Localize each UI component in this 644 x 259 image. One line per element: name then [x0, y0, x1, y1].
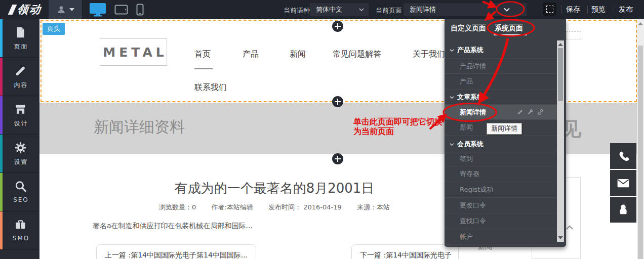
sidebar-item-label: 页面: [3, 42, 39, 51]
user-menu[interactable]: [49, 0, 82, 19]
sidebar-item-seo[interactable]: SEO: [0, 173, 39, 211]
top-toolbar: 领动 当前语种 简体中文 当前页面 新闻详情 保存 预览 发布: [0, 0, 644, 19]
scroll-up-arrow[interactable]: [638, 22, 643, 25]
chevron-down-icon: [450, 49, 454, 52]
page-item-account[interactable]: 帐户: [445, 229, 557, 245]
logo-text: 领动: [16, 2, 43, 17]
nav-item-faq[interactable]: 常见问题解答: [333, 49, 381, 60]
group-title: 产品系统: [457, 44, 484, 56]
sidebar-item-label: 设置: [3, 158, 39, 166]
site-logo[interactable]: METAL: [100, 38, 167, 66]
chevron-down-icon[interactable]: [503, 7, 510, 13]
sidebar-item-settings[interactable]: 设置: [0, 135, 39, 173]
page-select-value: 新闻详情: [404, 5, 503, 14]
sidebar-item-label: 内容: [3, 81, 39, 90]
gear-icon: [14, 141, 27, 154]
chevron-up-icon[interactable]: [566, 225, 574, 230]
chevron-down-icon: [450, 96, 454, 99]
divider: [587, 6, 588, 14]
device-switcher: [89, 0, 144, 19]
tab-system-pages[interactable]: 系统页面: [495, 24, 523, 33]
wrench-icon[interactable]: [527, 109, 534, 115]
marquee-icon: [546, 6, 553, 13]
publish-button[interactable]: 发布: [619, 5, 633, 14]
meta-source: 来源：本站: [357, 203, 390, 211]
add-section-button[interactable]: [332, 153, 343, 164]
page-item-register[interactable]: 寄存器: [445, 166, 557, 182]
sidebar-item-label: SMO: [3, 235, 39, 242]
panel-scrollbar[interactable]: [557, 40, 564, 242]
chevron-down-icon: [358, 7, 365, 12]
scrollbar-thumb[interactable]: [638, 46, 643, 259]
group-product-system[interactable]: 产品系统: [450, 44, 484, 56]
color-strip: [0, 135, 3, 172]
page-item-news-detail[interactable]: 新闻详情: [445, 104, 557, 120]
nav-item-contact[interactable]: 联系我们: [194, 82, 227, 93]
scrollbar-thumb[interactable]: [558, 48, 563, 101]
group-member-system[interactable]: 会员系统: [450, 138, 484, 150]
nav-item-news[interactable]: 新闻: [290, 49, 306, 60]
page-icon: [14, 26, 27, 39]
scroll-up-arrow[interactable]: [558, 43, 563, 46]
color-strip: [0, 173, 3, 211]
preview-button[interactable]: 预览: [591, 5, 606, 14]
group-title: 会员系统: [457, 138, 484, 150]
nav-item-products[interactable]: 产品: [243, 49, 259, 60]
page-item-product[interactable]: 产品: [445, 74, 557, 90]
logo-slash-icon: [8, 5, 17, 15]
edit-icon[interactable]: [517, 109, 524, 115]
header-section-tag: 页头: [43, 23, 65, 35]
article-title: 有成为的一个最著名的8月2001日: [90, 180, 459, 197]
divider: [561, 6, 561, 14]
page-item-signin[interactable]: 签到: [445, 151, 557, 166]
sidebar-item-smo[interactable]: SMO: [0, 211, 39, 250]
save-button[interactable]: 保存: [566, 5, 580, 14]
grid-select-button[interactable]: [543, 3, 556, 16]
desktop-icon[interactable]: [89, 3, 106, 17]
prev-article-link[interactable]: 上一篇 :第14中国国际光电子第14中国国际...: [96, 244, 256, 259]
page-item-label: 新闻详情: [460, 108, 486, 116]
color-strip: [0, 96, 3, 134]
active-nav-underline: [194, 68, 213, 69]
chevron-down-icon: [450, 143, 454, 146]
row-actions: [517, 109, 544, 115]
tab-custom-pages[interactable]: 自定义页面: [451, 24, 486, 33]
scroll-down-arrow[interactable]: [558, 236, 563, 239]
color-strip: [0, 58, 3, 96]
divider: [614, 6, 614, 14]
page-item-find-password[interactable]: 查找口令: [445, 213, 557, 229]
sidebar-item-label: 设计: [3, 119, 39, 128]
page-item-change-password[interactable]: 更改口令: [445, 198, 557, 213]
sidebar-item-pages[interactable]: 页面: [0, 19, 39, 58]
nav-item-home[interactable]: 首页: [194, 49, 211, 60]
page-item-product-detail[interactable]: 产品详情: [445, 58, 557, 74]
next-article-link[interactable]: 下一篇 :第14中国国际光电子: [351, 244, 459, 259]
sidebar-item-label: SEO: [3, 196, 39, 203]
page-scrollbar[interactable]: [637, 19, 644, 259]
add-section-button[interactable]: [332, 96, 343, 107]
link-icon[interactable]: [537, 109, 544, 115]
storefront-icon: [14, 103, 27, 116]
left-sidebar: 页面 内容 设计 设置 SEO SMO: [0, 19, 39, 259]
tablet-icon[interactable]: [114, 5, 128, 15]
page-select[interactable]: 新闻详情: [404, 3, 527, 16]
floating-contact-bar: [610, 143, 636, 224]
page-item-regist-success[interactable]: Regist成功: [445, 182, 557, 198]
app-logo: 领动: [10, 2, 42, 17]
phone-contact-button[interactable]: [610, 143, 636, 169]
chevron-down-icon: [69, 8, 74, 11]
meta-publish-time: 发布时间： 2016-04-19: [268, 203, 342, 211]
group-article-system[interactable]: 文章系统: [450, 91, 484, 103]
sidebar-item-content[interactable]: 内容: [0, 58, 39, 96]
annotation-text: 单击此页面即可把它切换 为当前页面: [353, 117, 442, 136]
sidebar-item-design[interactable]: 设计: [0, 96, 39, 135]
color-strip: [0, 211, 3, 249]
add-section-button[interactable]: [332, 21, 343, 32]
language-select[interactable]: 简体中文: [310, 3, 369, 16]
qq-contact-button[interactable]: [610, 197, 636, 223]
nav-item-about[interactable]: 关于我们: [413, 49, 445, 60]
editor-window: 领动 当前语种 简体中文 当前页面 新闻详情 保存 预览 发布: [0, 0, 644, 259]
article-meta: 浏览数量：0 作者:本站编辑 发布时间： 2016-04-19 来源：本站: [90, 203, 459, 212]
mobile-icon[interactable]: [136, 4, 144, 16]
email-contact-button[interactable]: [610, 170, 636, 196]
